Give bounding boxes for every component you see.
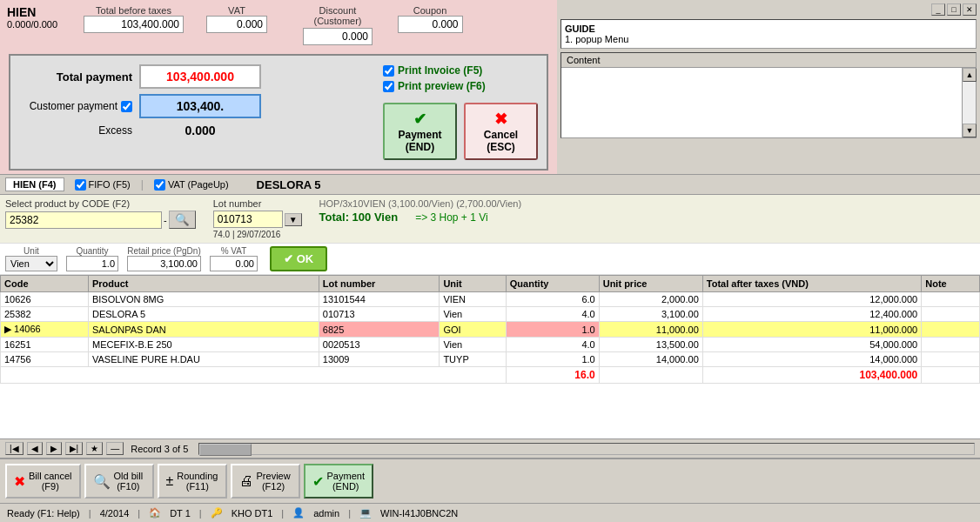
payment-toolbar-button[interactable]: ✔ Payment (END)	[304, 464, 373, 499]
table-header: Quantity	[506, 276, 599, 292]
table-cell: TUYP	[440, 352, 506, 367]
old-bill-icon: 🔍	[93, 473, 111, 490]
table-cell: 11,000.000	[702, 322, 921, 338]
total-before-taxes-label: Total before taxes	[96, 5, 171, 16]
coupon-label: Coupon	[413, 5, 447, 16]
vat-pct-input[interactable]	[210, 256, 258, 271]
table-cell: 2,000.00	[599, 292, 702, 307]
quantity-label: Quantity	[76, 246, 108, 256]
table-header: Product	[88, 276, 319, 292]
kho-label: KHO DT1	[232, 508, 273, 519]
table-cell: ▶ 14066	[1, 322, 89, 338]
unit-select[interactable]: Vien	[5, 256, 57, 271]
table-header: Unit	[440, 276, 506, 292]
discount-input[interactable]	[303, 28, 373, 45]
scroll-down-arrow[interactable]: ▼	[963, 124, 977, 137]
vat-checkbox[interactable]: VAT (PageUp)	[154, 179, 229, 191]
quantity-input[interactable]	[66, 256, 118, 271]
table-cell	[922, 307, 980, 322]
excess-label: Excess	[19, 124, 132, 137]
product-search-label: Select product by CODE (F2)	[5, 198, 196, 209]
nav-last[interactable]: ▶|	[65, 442, 84, 455]
table-cell	[922, 322, 980, 338]
table-cell: 16251	[1, 338, 89, 352]
table-cell: MECEFIX-B.E 250	[88, 338, 319, 352]
product-total-label: Total: 100 Vien	[319, 211, 399, 224]
table-cell: 14,000.000	[702, 352, 921, 367]
customer-payment-checkbox[interactable]	[121, 101, 132, 112]
product-name-display: DESLORA 5	[257, 178, 321, 191]
vat-input[interactable]	[206, 16, 267, 33]
table-cell: 14756	[1, 352, 89, 367]
table-row[interactable]: 16251MECEFIX-B.E 2500020513Vien4.013,500…	[1, 338, 980, 352]
table-cell: 6825	[319, 322, 440, 338]
admin-label: admin	[313, 508, 339, 519]
nav-first[interactable]: |◀	[5, 442, 23, 455]
cancel-button[interactable]: ✖ Cancel (ESC)	[464, 103, 538, 160]
hien-badge: HIEN (F4)	[5, 177, 64, 191]
table-cell: 3,100.00	[599, 307, 702, 322]
computer-label: WIN-I41J0BNC2N	[380, 508, 458, 519]
table-cell: Vien	[440, 338, 506, 352]
total-payment-value: 103,400.000	[139, 64, 261, 89]
ok-button[interactable]: ✔ OK	[270, 246, 327, 271]
customer-payment-label: Customer payment	[30, 100, 117, 112]
computer-icon: 💻	[359, 507, 372, 519]
nav-new[interactable]: ★	[86, 442, 103, 455]
table-row[interactable]: ▶ 14066SALONPAS DAN6825GOI1.011,000.0011…	[1, 322, 980, 338]
payment-toolbar-icon: ✔	[312, 473, 324, 490]
preview-button[interactable]: 🖨 Preview (F12)	[231, 464, 300, 499]
table-cell: SALONPAS DAN	[88, 322, 319, 338]
product-code-input[interactable]	[5, 211, 162, 229]
nav-prev[interactable]: ◀	[27, 442, 43, 455]
table-cell: 13,500.00	[599, 338, 702, 352]
bottom-toolbar: ✖ Bill cancel (F9) 🔍 Old bill (F10) ± Ro…	[0, 458, 980, 503]
total-before-taxes-input[interactable]	[84, 16, 184, 33]
table-cell: 12,400.000	[702, 307, 921, 322]
fifo-checkbox[interactable]: FIFO (F5)	[75, 179, 131, 191]
rounding-button[interactable]: ± Rounding (F11)	[158, 464, 227, 499]
table-cell: 6.0	[506, 292, 599, 307]
table-cell: 1.0	[506, 322, 599, 338]
table-cell	[922, 338, 980, 352]
date-label: 4/2014	[100, 508, 130, 519]
nav-next[interactable]: ▶	[46, 442, 62, 455]
table-cell: 14,000.00	[599, 352, 702, 367]
payment-button[interactable]: ✔ Payment (END)	[383, 103, 457, 160]
bill-cancel-button[interactable]: ✖ Bill cancel (F9)	[5, 464, 81, 499]
table-row[interactable]: 25382DESLORA 5010713Vien4.03,100.0012,40…	[1, 307, 980, 322]
table-cell: 1.0	[506, 352, 599, 367]
lot-dropdown-arrow[interactable]: ▼	[285, 213, 302, 226]
print-preview-option[interactable]: Print preview (F6)	[383, 80, 538, 92]
close-button[interactable]: ✕	[963, 3, 977, 16]
product-total-detail: => 3 Hop + 1 Vi	[415, 211, 488, 224]
table-cell	[922, 292, 980, 307]
table-row[interactable]: 10626BISOLVON 8MG13101544VIEN6.02,000.00…	[1, 292, 980, 307]
restore-button[interactable]: □	[947, 3, 961, 16]
table-cell: VIEN	[440, 292, 506, 307]
table-row[interactable]: 14756VASELINE PURE H.DAU13009TUYP1.014,0…	[1, 352, 980, 367]
product-search-button[interactable]: 🔍	[169, 211, 196, 229]
payment-icon: ✔	[413, 110, 426, 129]
old-bill-button[interactable]: 🔍 Old bill (F10)	[84, 464, 154, 499]
coupon-input[interactable]	[398, 16, 463, 33]
table-cell: 4.0	[506, 307, 599, 322]
table-cell: 010713	[319, 307, 440, 322]
table-header: Note	[922, 276, 980, 292]
print-invoice-option[interactable]: Print Invoice (F5)	[383, 64, 538, 77]
table-cell: GOI	[440, 322, 506, 338]
nav-delete[interactable]: —	[106, 442, 124, 455]
table-header: Total after taxes (VND)	[702, 276, 921, 292]
kho-icon: 🔑	[211, 507, 223, 519]
record-info: Record 3 of 5	[131, 444, 188, 454]
lot-number-input[interactable]	[213, 211, 283, 228]
table-cell: DESLORA 5	[88, 307, 319, 322]
table-cell: 4.0	[506, 338, 599, 352]
table-cell: 25382	[1, 307, 89, 322]
scroll-up-arrow[interactable]: ▲	[963, 68, 977, 82]
minimize-button[interactable]: _	[931, 3, 945, 16]
table-cell: 10626	[1, 292, 89, 307]
price-input[interactable]	[127, 256, 201, 271]
table-cell: 11,000.00	[599, 322, 702, 338]
table-cell	[922, 352, 980, 367]
